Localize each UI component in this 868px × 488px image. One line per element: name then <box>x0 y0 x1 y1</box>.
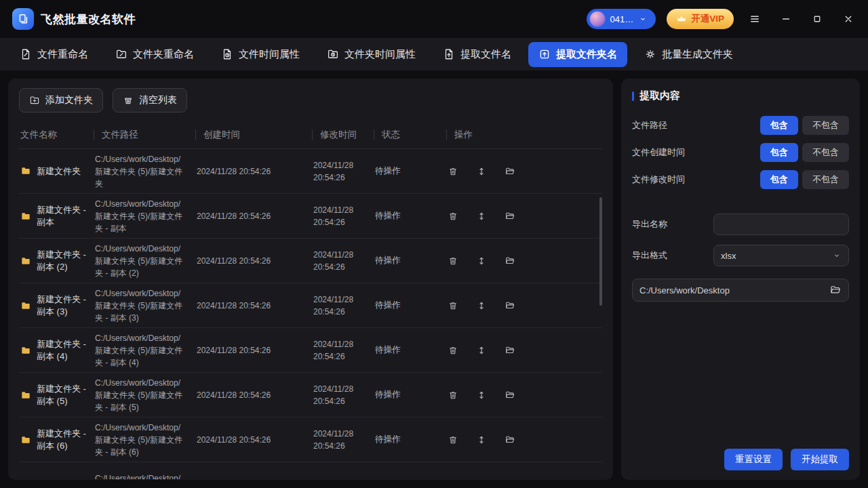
header-modified: 修改时间 <box>312 129 374 141</box>
tab-file-time[interactable]: 文件时间属性 <box>211 42 310 67</box>
delete-row-icon[interactable] <box>448 345 458 356</box>
delete-row-icon[interactable] <box>448 211 458 222</box>
table-scrollbar[interactable] <box>599 197 602 306</box>
option-label: 文件路径 <box>632 119 667 131</box>
tab-label: 文件时间属性 <box>239 48 300 61</box>
delete-row-icon[interactable] <box>448 390 458 401</box>
minimize-button[interactable] <box>776 9 796 29</box>
tab-extract-foldername[interactable]: 提取文件夹名 <box>528 42 627 67</box>
include-button[interactable]: 包含 <box>760 116 798 135</box>
tab-label: 文件夹重命名 <box>133 48 194 61</box>
export-format-value: xlsx <box>721 251 736 261</box>
user-account-button[interactable]: 041… <box>587 9 656 29</box>
exclude-button[interactable]: 不包含 <box>802 170 849 189</box>
folder-icon <box>20 211 31 222</box>
row-modified: 2024/11/28 20:54:26 <box>312 204 374 228</box>
move-updown-icon[interactable] <box>476 300 487 311</box>
move-updown-icon[interactable] <box>476 211 487 222</box>
open-folder-icon[interactable] <box>505 434 515 445</box>
move-updown-icon[interactable] <box>476 390 487 401</box>
vip-button[interactable]: 开通VIP <box>667 9 734 29</box>
tab-label: 文件夹时间属性 <box>344 48 416 61</box>
tab-folder-rename[interactable]: 文件夹重命名 <box>105 42 204 67</box>
row-modified: 2024/11/28 20:54:26 <box>312 383 374 407</box>
row-path: C:/Users/work/Desktop/新建文件夹 (5)/新建文件夹 - … <box>94 287 195 324</box>
open-folder-icon[interactable] <box>505 345 515 356</box>
row-modified: 2024/11/28 20:54:26 <box>312 293 374 318</box>
extract-foldername-icon <box>538 48 551 60</box>
folder-icon <box>20 256 31 266</box>
accent-bar <box>632 92 634 101</box>
row-path: C:/Users/work/Desktop/新建文件夹 (5)/新建文件夹 - … <box>94 332 195 369</box>
browse-folder-icon[interactable] <box>829 284 842 296</box>
move-updown-icon[interactable] <box>476 166 487 177</box>
row-status: 待操作 <box>374 344 446 356</box>
exclude-button[interactable]: 不包含 <box>802 143 849 162</box>
avatar <box>589 11 606 27</box>
app-logo-icon <box>12 8 34 30</box>
tab-bar: 文件重命名 文件夹重命名 文件时间属性 文件夹时间属性 提取文件名 提取文件夹名… <box>0 38 868 70</box>
add-folder-icon <box>29 95 40 106</box>
export-name-input[interactable] <box>713 214 849 235</box>
move-updown-icon[interactable] <box>476 434 487 445</box>
delete-row-icon[interactable] <box>448 300 458 311</box>
file-rename-icon <box>20 48 32 60</box>
chevron-down-icon <box>832 251 842 260</box>
tab-folder-time[interactable]: 文件夹时间属性 <box>317 42 426 67</box>
row-created: 2024/11/28 20:54:26 <box>195 344 312 357</box>
row-status: 待操作 <box>374 300 446 311</box>
open-folder-icon[interactable] <box>505 256 515 266</box>
row-name: 新建文件夹 - 副本 (3) <box>37 293 94 317</box>
vip-label: 开通VIP <box>691 13 724 25</box>
open-folder-icon[interactable] <box>505 390 515 401</box>
tab-batch-create-folders[interactable]: 批量生成文件夹 <box>634 42 743 67</box>
folder-rename-icon <box>115 48 127 60</box>
menu-button[interactable] <box>745 9 765 29</box>
header-status: 状态 <box>374 129 446 141</box>
export-name-label: 导出名称 <box>632 218 667 230</box>
add-folder-button[interactable]: 添加文件夹 <box>19 88 103 113</box>
row-modified: 2024/11/28 20:54:26 <box>312 428 374 452</box>
delete-row-icon[interactable] <box>448 434 458 445</box>
table-row: 新建文件夹 - 副本 (2) C:/Users/work/Desktop/新建文… <box>19 239 602 283</box>
extract-filename-icon <box>443 48 455 60</box>
start-extract-button[interactable]: 开始提取 <box>791 449 849 470</box>
list-toolbar: 添加文件夹 清空列表 <box>19 88 602 113</box>
option-created-time: 文件创建时间 包含 不包含 <box>632 143 849 162</box>
close-button[interactable] <box>838 9 859 29</box>
table-header: 文件名称 文件路径 创建时间 修改时间 状态 操作 <box>19 121 602 149</box>
panel-header: 提取内容 <box>632 89 849 102</box>
table-row-partial: C:/Users/work/Desktop/新建 <box>19 462 602 479</box>
open-folder-icon[interactable] <box>505 211 515 222</box>
clear-list-label: 清空列表 <box>139 94 177 106</box>
app-title: 飞然批量改名软件 <box>41 12 136 27</box>
export-name-row: 导出名称 <box>632 214 849 235</box>
export-format-select[interactable]: xlsx <box>713 245 849 266</box>
table-row: 新建文件夹 C:/Users/work/Desktop/新建文件夹 (5)/新建… <box>19 149 602 194</box>
include-button[interactable]: 包含 <box>760 170 798 189</box>
move-updown-icon[interactable] <box>476 345 487 356</box>
export-path-field[interactable]: C:/Users/work/Desktop <box>632 279 849 302</box>
row-path: C:/Users/work/Desktop/新建文件夹 (5)/新建文件夹 - … <box>94 243 195 279</box>
app-window: 飞然批量改名软件 041… 开通VIP 文件重命名 文件夹重命名 文件时间属性 … <box>0 0 868 488</box>
row-status: 待操作 <box>374 165 446 177</box>
exclude-button[interactable]: 不包含 <box>802 116 849 135</box>
tab-label: 批量生成文件夹 <box>662 48 733 61</box>
open-folder-icon[interactable] <box>505 300 515 311</box>
row-modified: 2024/11/28 20:54:26 <box>312 159 374 184</box>
table-body: 新建文件夹 C:/Users/work/Desktop/新建文件夹 (5)/新建… <box>19 149 602 479</box>
tab-file-rename[interactable]: 文件重命名 <box>9 42 98 67</box>
include-button[interactable]: 包含 <box>760 143 798 162</box>
open-folder-icon[interactable] <box>505 166 515 177</box>
maximize-button[interactable] <box>807 9 827 29</box>
tab-extract-filename[interactable]: 提取文件名 <box>433 42 521 67</box>
maximize-icon <box>811 13 823 25</box>
row-modified: 2024/11/28 20:54:26 <box>312 338 374 363</box>
reset-settings-button[interactable]: 重置设置 <box>724 449 783 470</box>
delete-row-icon[interactable] <box>448 166 458 177</box>
move-updown-icon[interactable] <box>476 256 487 266</box>
option-label: 文件创建时间 <box>632 146 685 159</box>
row-name: 新建文件夹 - 副本 (4) <box>37 338 94 362</box>
delete-row-icon[interactable] <box>448 256 458 266</box>
clear-list-button[interactable]: 清空列表 <box>113 88 187 113</box>
